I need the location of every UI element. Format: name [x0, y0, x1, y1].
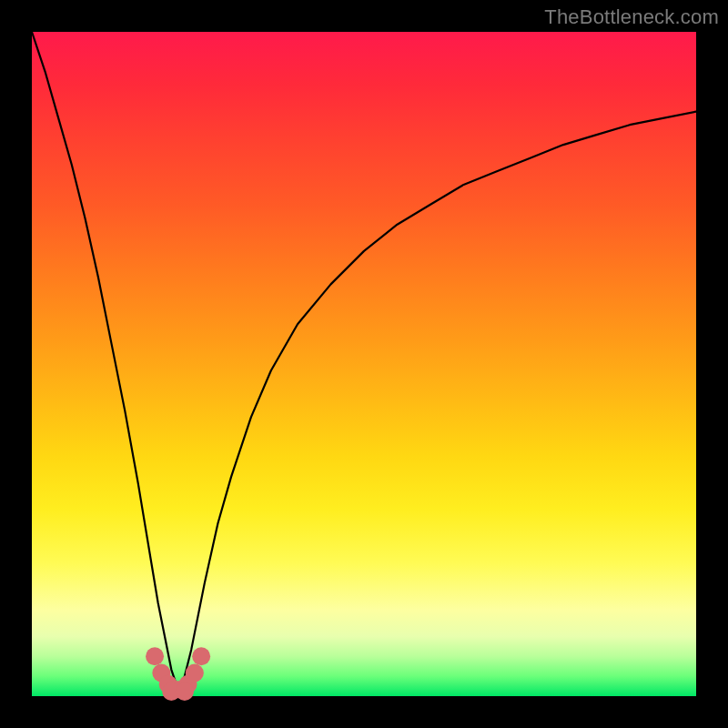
- bottleneck-curve: [32, 32, 696, 690]
- chart-frame: TheBottleneck.com: [0, 0, 728, 728]
- cusp-dot: [146, 647, 164, 665]
- cusp-dot: [176, 682, 194, 701]
- watermark-text: TheBottleneck.com: [544, 5, 719, 29]
- plot-area: [32, 32, 696, 696]
- cusp-dot: [192, 647, 210, 665]
- cusp-marker-cluster: [146, 647, 210, 701]
- chart-svg: [32, 32, 696, 696]
- cusp-dot: [186, 663, 204, 682]
